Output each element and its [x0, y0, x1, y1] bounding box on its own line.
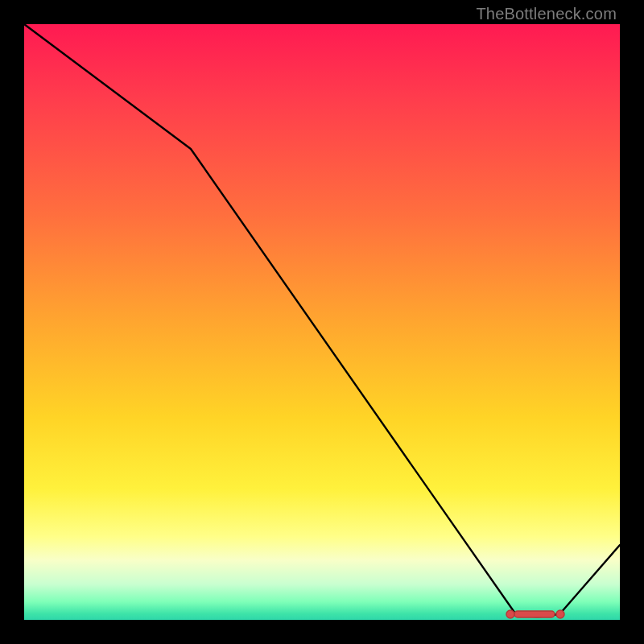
chart-svg	[24, 24, 620, 620]
trough-dot	[506, 610, 514, 618]
chart-curve	[24, 24, 620, 617]
trough-bar	[514, 611, 555, 617]
chart-stage: TheBottleneck.com	[0, 0, 644, 644]
watermark-label: TheBottleneck.com	[476, 5, 617, 23]
trough-dot	[556, 610, 564, 618]
